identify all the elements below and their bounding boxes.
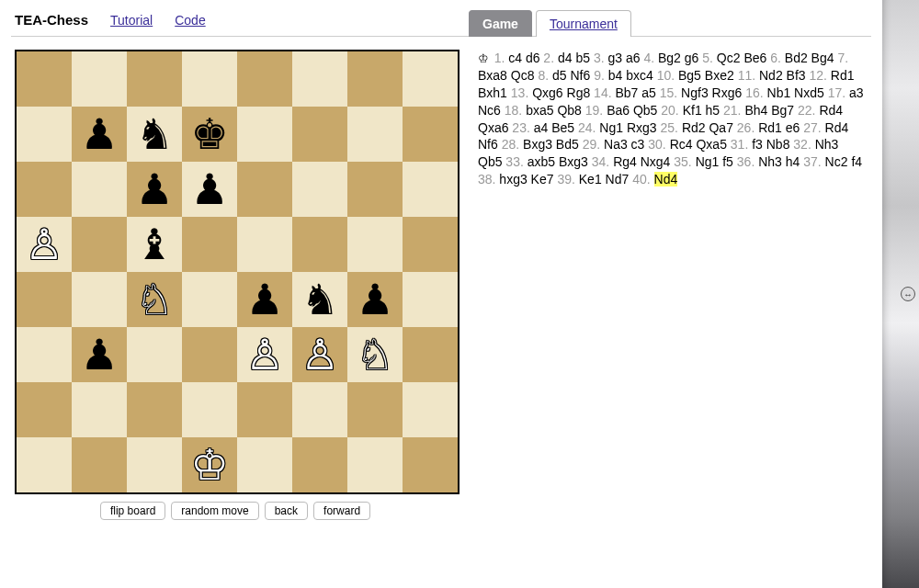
square-h1[interactable] [403,437,458,492]
move-white[interactable]: Nh3 [815,137,839,152]
square-b3[interactable]: ♟ [72,327,127,382]
nav-tutorial[interactable]: Tutorial [110,13,153,28]
move-white[interactable]: Kf1 [683,103,702,118]
move-black[interactable]: Bxh1 [478,85,507,100]
move-black[interactable]: Be5 [551,120,574,135]
move-black[interactable]: Nd7 [606,172,630,187]
flip-board-button[interactable]: flip board [100,502,165,520]
move-white[interactable]: Na3 [604,137,628,152]
move-white[interactable]: Rd2 [682,120,706,135]
square-e3[interactable]: ♙ [237,327,292,382]
square-d6[interactable]: ♟ [182,162,237,217]
square-f2[interactable] [292,382,347,437]
square-c4[interactable]: ♘ [127,272,182,327]
back-button[interactable]: back [265,502,308,520]
move-black[interactable]: Bxg3 [559,154,588,169]
move-white[interactable]: Bxg3 [523,137,552,152]
resize-handle-icon[interactable]: ↔ [901,287,915,301]
square-c8[interactable] [127,51,182,107]
square-g8[interactable] [347,51,403,107]
square-g4[interactable]: ♟ [347,272,403,327]
chess-board[interactable]: ♟♞♚♟♟♙♝♘♟♞♟♟♙♙♘♔ [15,50,460,494]
square-f8[interactable] [292,51,347,107]
nav-code[interactable]: Code [175,13,205,28]
move-black[interactable]: Rg8 [567,85,591,100]
square-f7[interactable] [292,107,347,162]
move-black[interactable]: b5 [575,51,590,65]
square-f6[interactable] [292,162,347,217]
square-h2[interactable] [403,382,458,437]
square-d7[interactable]: ♚ [182,107,237,162]
move-white[interactable]: Ngf3 [681,85,709,100]
move-black[interactable]: Qb5 [478,154,502,169]
random-move-button[interactable]: random move [171,502,258,520]
square-b7[interactable]: ♟ [72,107,127,162]
square-c1[interactable] [127,437,182,492]
square-h6[interactable] [403,162,458,217]
move-white[interactable]: a4 [534,120,549,135]
move-white[interactable]: Ng1 [696,154,720,169]
square-c2[interactable] [127,382,182,437]
square-a3[interactable] [17,327,72,382]
square-e4[interactable]: ♟ [237,272,292,327]
square-c5[interactable]: ♝ [127,217,182,272]
square-c7[interactable]: ♞ [127,107,182,162]
move-white[interactable]: g3 [607,51,622,65]
square-e8[interactable] [237,51,292,107]
move-black[interactable]: c3 [631,137,645,152]
move-black[interactable]: Nf6 [570,68,590,83]
move-black[interactable]: Qb8 [557,103,581,118]
move-white[interactable]: f3 [752,137,763,152]
move-black[interactable]: Nxd5 [794,85,824,100]
move-black[interactable]: Nb8 [766,137,790,152]
move-white[interactable]: hxg3 [499,172,527,187]
move-white[interactable]: Bg5 [678,68,701,83]
square-c6[interactable]: ♟ [127,162,182,217]
move-white[interactable]: Bd2 [785,51,808,65]
move-black[interactable]: h5 [706,103,720,118]
move-white[interactable]: Rd1 [831,68,855,83]
move-white[interactable]: Nd4 [654,172,678,187]
move-white[interactable]: d4 [558,51,573,65]
move-black[interactable]: d6 [526,51,540,65]
square-a4[interactable] [17,272,72,327]
move-black[interactable]: Qxa6 [478,120,508,135]
move-white[interactable]: Rd4 [819,103,843,118]
move-white[interactable]: Qc2 [717,51,741,65]
move-white[interactable]: Ke1 [579,172,602,187]
move-white[interactable]: Nd2 [759,68,783,83]
square-e5[interactable] [237,217,292,272]
square-b4[interactable] [72,272,127,327]
move-black[interactable]: Bg4 [811,51,834,65]
move-black[interactable]: Ke7 [531,172,554,187]
square-b5[interactable] [72,217,127,272]
move-white[interactable]: Bg2 [658,51,681,65]
move-white[interactable]: Rg4 [613,154,637,169]
move-white[interactable]: Qxg6 [532,85,562,100]
move-white[interactable]: Rd4 [825,120,849,135]
move-white[interactable]: d5 [552,68,567,83]
square-f3[interactable]: ♙ [292,327,347,382]
move-black[interactable]: Bf3 [787,68,806,83]
move-black[interactable]: h4 [786,154,800,169]
square-b2[interactable] [72,382,127,437]
square-a8[interactable] [17,51,72,107]
move-black[interactable]: e6 [786,120,800,135]
move-black[interactable]: Qa7 [709,120,732,135]
square-e7[interactable] [237,107,292,162]
square-g2[interactable] [347,382,403,437]
square-h3[interactable] [403,327,458,382]
move-white[interactable]: Bh4 [744,103,767,118]
square-b8[interactable] [72,51,127,107]
move-black[interactable]: Nc6 [478,103,501,118]
move-black[interactable]: Qxa5 [696,137,726,152]
square-d5[interactable] [182,217,237,272]
square-f4[interactable]: ♞ [292,272,347,327]
tab-game[interactable]: Game [469,10,532,37]
square-a5[interactable]: ♙ [17,217,72,272]
move-white[interactable]: Bxa8 [478,68,507,83]
move-black[interactable]: g6 [685,51,699,65]
move-black[interactable]: Bg7 [771,103,794,118]
move-black[interactable]: Qb5 [633,103,657,118]
square-h4[interactable] [403,272,458,327]
